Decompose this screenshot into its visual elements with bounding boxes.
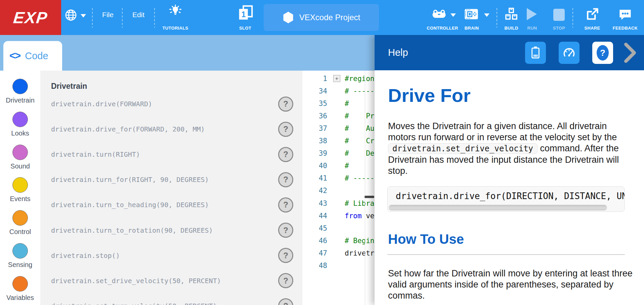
collapse-panel-button[interactable] bbox=[624, 42, 637, 63]
language-menu[interactable] bbox=[65, 9, 77, 22]
editor-line[interactable]: 46# Begin project code bbox=[302, 234, 375, 247]
sidebar-item-sensing[interactable]: Sensing bbox=[0, 243, 40, 269]
share-button[interactable] bbox=[585, 7, 600, 22]
code-brackets-icon: <> bbox=[9, 50, 20, 62]
command-row[interactable]: drivetrain.turn_to_rotation(90, DEGREES)… bbox=[40, 218, 302, 243]
edit-menu[interactable]: Edit bbox=[128, 0, 149, 30]
category-circle-icon bbox=[12, 177, 28, 193]
code-text: # Description: bbox=[345, 149, 375, 157]
controller-icon bbox=[431, 7, 447, 21]
editor-line[interactable]: 37# Author: bbox=[302, 122, 375, 135]
sidebar-item-events[interactable]: Events bbox=[0, 177, 40, 203]
code-editor[interactable]: 1+#region VEXcode Generated Robot Config… bbox=[302, 71, 375, 305]
command-row[interactable]: drivetrain.drive(FORWARD)? bbox=[40, 91, 302, 117]
command-help-button[interactable]: ? bbox=[278, 223, 293, 238]
toolbar-separator bbox=[92, 8, 93, 28]
command-row[interactable]: drivetrain.turn_for(RIGHT, 90, DEGREES)? bbox=[40, 167, 302, 192]
line-number: 40 bbox=[302, 162, 329, 170]
command-row[interactable]: drivetrain.stop()? bbox=[40, 243, 302, 268]
editor-line[interactable]: 47drivetrain.drive_for(FORWARD, 200, MM) bbox=[302, 247, 375, 259]
fold-toggle-icon[interactable]: + bbox=[333, 75, 340, 82]
chevron-right-icon bbox=[624, 42, 637, 63]
code-example-scrollbar[interactable] bbox=[389, 205, 607, 211]
help-inline-code: drivetrain.set_drive_velocity bbox=[388, 143, 538, 154]
build-button[interactable] bbox=[504, 7, 519, 22]
command-help-button[interactable]: ? bbox=[278, 273, 293, 288]
gauge-icon bbox=[563, 46, 575, 59]
toolbar-separator bbox=[572, 8, 573, 28]
tutorials-button[interactable]: TUTORIALS bbox=[160, 0, 191, 35]
editor-line[interactable]: 48 bbox=[302, 260, 375, 272]
line-number: 42 bbox=[302, 187, 329, 195]
editor-line[interactable]: 42 bbox=[302, 185, 375, 197]
feedback-bubble-icon bbox=[618, 7, 632, 22]
command-text: drivetrain.turn(RIGHT) bbox=[51, 150, 140, 158]
sidebar-item-variables[interactable]: Variables bbox=[0, 276, 40, 302]
controller-label: CONTROLLER bbox=[424, 26, 461, 32]
slot-label: SLOT bbox=[235, 26, 255, 32]
editor-line[interactable]: 34# ------------------------------------… bbox=[302, 85, 375, 97]
sidebar-item-control[interactable]: Control bbox=[0, 210, 40, 236]
controller-button[interactable] bbox=[431, 7, 447, 21]
brain-caret-icon[interactable] bbox=[484, 13, 489, 17]
code-token: # Project: bbox=[345, 112, 375, 120]
sidebar-item-sound[interactable]: Sound bbox=[0, 145, 40, 170]
line-number: 1 bbox=[302, 75, 329, 83]
device-info-button[interactable] bbox=[525, 42, 546, 64]
command-help-button[interactable]: ? bbox=[278, 147, 293, 162]
editor-line[interactable]: 39# Description: bbox=[302, 147, 375, 160]
run-icon[interactable] bbox=[527, 8, 537, 20]
help-panel-header: Help bbox=[375, 35, 644, 70]
command-text: drivetrain.set_drive_velocity(50, PERCEN… bbox=[51, 277, 221, 285]
hexagon-icon bbox=[283, 11, 294, 24]
code-token: #region VEXcode Generated Robot Configur… bbox=[345, 75, 375, 83]
editor-line[interactable]: 40# bbox=[302, 160, 375, 172]
command-help-button[interactable]: ? bbox=[278, 97, 293, 112]
tutorials-label: TUTORIALS bbox=[160, 26, 191, 32]
brain-button[interactable] bbox=[464, 7, 479, 21]
command-help-button[interactable]: ? bbox=[278, 122, 293, 137]
command-help-button[interactable]: ? bbox=[278, 298, 293, 305]
category-label: Sound bbox=[0, 162, 40, 170]
command-text: drivetrain.turn_to_heading(90, DEGREES) bbox=[51, 201, 209, 209]
command-text: drivetrain.stop() bbox=[51, 252, 120, 260]
sidebar-item-drivetrain[interactable]: Drivetrain bbox=[0, 79, 40, 104]
command-row[interactable]: drivetrain.turn_to_heading(90, DEGREES)? bbox=[40, 192, 302, 218]
command-help-button[interactable]: ? bbox=[278, 248, 293, 263]
editor-line[interactable]: 38# Created: bbox=[302, 135, 375, 147]
editor-line[interactable]: 35# bbox=[302, 97, 375, 110]
editor-line[interactable]: 41# ------------------------------------… bbox=[302, 172, 375, 185]
slot-button[interactable]: 1 SLOT bbox=[235, 0, 255, 35]
command-help-button[interactable]: ? bbox=[278, 172, 293, 187]
editor-scrollbar-thumb[interactable] bbox=[364, 196, 374, 198]
dashboard-button[interactable] bbox=[559, 42, 579, 64]
feedback-button[interactable] bbox=[618, 7, 632, 22]
command-help-button[interactable]: ? bbox=[278, 197, 293, 213]
category-circle-icon bbox=[12, 112, 28, 127]
slot-pages-icon: 1 bbox=[237, 5, 254, 22]
command-row[interactable]: drivetrain.set_drive_velocity(50, PERCEN… bbox=[40, 268, 302, 293]
code-text: # Library imports bbox=[345, 199, 375, 207]
stop-icon[interactable] bbox=[553, 9, 565, 21]
brain-icon bbox=[464, 7, 479, 21]
project-name-button[interactable]: VEXcode Project bbox=[264, 4, 379, 31]
share-label: SHARE bbox=[581, 26, 603, 32]
command-row[interactable]: drivetrain.turn(RIGHT)? bbox=[40, 142, 302, 167]
help-question-icon: ? bbox=[597, 45, 609, 61]
tab-code[interactable]: <> Code bbox=[3, 41, 62, 71]
command-row[interactable]: drivetrain.drive_for(FORWARD, 200, MM)? bbox=[40, 117, 302, 142]
category-sidebar: DrivetrainLooksSoundEventsControlSensing… bbox=[0, 71, 40, 305]
editor-line[interactable]: 43# Library imports bbox=[302, 197, 375, 209]
command-row[interactable]: drivetrain.set_turn_velocity(50, PERCENT… bbox=[40, 293, 302, 305]
controller-caret-icon[interactable] bbox=[450, 13, 456, 17]
editor-line[interactable]: 45 bbox=[302, 222, 375, 234]
file-menu[interactable]: File bbox=[97, 0, 118, 30]
sidebar-item-looks[interactable]: Looks bbox=[0, 112, 40, 137]
line-number: 38 bbox=[302, 137, 329, 145]
editor-line[interactable]: 36# Project: bbox=[302, 110, 375, 122]
code-text: # Created: bbox=[345, 137, 375, 145]
editor-line[interactable]: 1+#region VEXcode Generated Robot Config… bbox=[302, 72, 375, 85]
help-toggle-button[interactable]: ? bbox=[592, 42, 613, 64]
editor-line[interactable]: 44from vex import * bbox=[302, 209, 375, 222]
language-caret-icon[interactable] bbox=[81, 14, 86, 17]
